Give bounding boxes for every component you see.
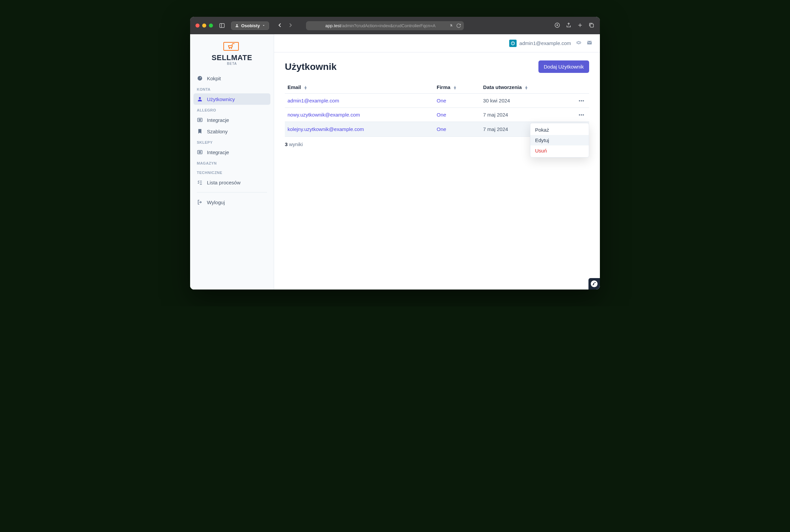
svg-point-6	[229, 48, 230, 49]
sidebar-section-allegro: ALLEGRO	[193, 105, 270, 114]
svg-rect-0	[220, 23, 224, 27]
sidebar-item-label: Użytkownicy	[207, 96, 235, 102]
table-row: admin1@example.com One 30 kwi 2024 •••	[285, 94, 589, 108]
traffic-lights	[195, 23, 213, 27]
dropdown-item-show[interactable]: Pokaż	[530, 125, 589, 135]
main-content: admin1@example.com Użytkownik Dodaj Użyt…	[274, 34, 600, 289]
sidebar-item-cockpit[interactable]: Kokpit	[193, 73, 270, 84]
sort-icon: ▲▼	[304, 86, 307, 89]
sidebar-item-allegro-integrations[interactable]: Integracje	[193, 114, 270, 126]
forward-button[interactable]	[286, 20, 295, 31]
symfony-badge[interactable]	[588, 278, 600, 289]
add-user-button[interactable]: Dodaj Użytkownik	[539, 60, 589, 73]
logout-icon	[197, 199, 203, 205]
sidebar-item-label: Integracje	[207, 117, 229, 123]
brand-tag: BETA	[212, 62, 252, 65]
table-row: nowy.uzytkownik@example.com One 7 maj 20…	[285, 108, 589, 122]
bookmark-icon	[197, 128, 203, 134]
sidebar-item-users[interactable]: Użytkownicy	[193, 93, 270, 105]
sidebar-toggle-icon[interactable]	[217, 21, 227, 30]
brand-name: SELLMATE	[212, 53, 252, 62]
divider	[197, 192, 267, 192]
cell-created: 30 kwi 2024	[480, 94, 572, 108]
dashboard-icon	[197, 75, 203, 81]
sidebar-item-logout[interactable]: Wyloguj	[193, 196, 270, 208]
svg-point-7	[231, 48, 232, 49]
list-icon	[197, 117, 203, 123]
cell-email[interactable]: admin1@example.com	[285, 94, 434, 108]
column-header-company[interactable]: Firma ▲▼	[434, 81, 480, 94]
close-window-button[interactable]	[195, 23, 200, 27]
row-actions-dropdown: Pokaż Edytuj Usuń	[530, 123, 589, 157]
sort-icon: ▲▼	[453, 86, 457, 89]
svg-point-9	[199, 97, 201, 99]
svg-rect-20	[587, 41, 592, 45]
tasks-icon	[197, 179, 203, 185]
profile-label: Osobisty	[241, 23, 260, 28]
cell-created: 7 maj 2024	[480, 108, 572, 122]
sidebar-item-processes[interactable]: Lista procesów	[193, 177, 270, 188]
sidebar: SELLMATE BETA Kokpit KONTA Użytkownicy A…	[190, 34, 274, 289]
svg-rect-4	[590, 24, 594, 27]
page-title: Użytkownik	[285, 61, 337, 72]
list-icon	[197, 149, 203, 155]
maximize-window-button[interactable]	[209, 23, 213, 27]
cell-company[interactable]: One	[434, 94, 480, 108]
column-header-created[interactable]: Data utworzenia ▲▼	[480, 81, 572, 94]
translate-icon[interactable]	[449, 23, 454, 28]
user-icon	[197, 96, 203, 102]
sidebar-item-label: Integracje	[207, 150, 229, 155]
sidebar-item-label: Lista procesów	[207, 180, 241, 185]
sidebar-item-templates[interactable]: Szablony	[193, 126, 270, 137]
topbar: admin1@example.com	[274, 34, 600, 52]
sidebar-section-warehouse: MAGAZYN	[193, 158, 270, 167]
back-button[interactable]	[275, 20, 284, 31]
avatar	[509, 40, 516, 47]
downloads-icon[interactable]	[554, 22, 560, 29]
reload-icon[interactable]	[456, 23, 461, 28]
user-email: admin1@example.com	[519, 40, 571, 46]
profile-switcher[interactable]: Osobisty	[231, 21, 269, 30]
row-actions-button[interactable]: •••	[577, 97, 586, 104]
cell-company[interactable]: One	[434, 122, 480, 137]
sidebar-item-label: Szablony	[207, 129, 228, 134]
svg-point-2	[236, 24, 238, 25]
column-header-email[interactable]: Email ▲▼	[285, 81, 434, 94]
cell-email[interactable]: kolejny.uzytkownik@example.com	[285, 122, 434, 137]
svg-point-21	[591, 281, 598, 287]
sidebar-item-label: Wyloguj	[207, 200, 225, 205]
sidebar-section-shops: SKLEPY	[193, 137, 270, 147]
cell-email[interactable]: nowy.uzytkownik@example.com	[285, 108, 434, 122]
url-host: app.test	[325, 23, 341, 28]
browser-chrome: Osobisty app.test/admin?crudAction=index…	[190, 17, 600, 34]
sidebar-item-shop-integrations[interactable]: Integracje	[193, 147, 270, 158]
svg-rect-5	[224, 42, 239, 50]
new-tab-icon[interactable]	[577, 22, 583, 29]
sidebar-item-label: Kokpit	[207, 76, 221, 81]
tabs-overview-icon[interactable]	[588, 22, 595, 29]
user-menu[interactable]: admin1@example.com	[509, 40, 571, 47]
share-icon[interactable]	[566, 22, 572, 29]
sidebar-section-accounts: KONTA	[193, 84, 270, 93]
settings-icon[interactable]	[576, 40, 582, 47]
row-actions-button[interactable]: •••	[577, 111, 586, 118]
brand-logo[interactable]: SELLMATE BETA	[190, 34, 274, 71]
mail-icon[interactable]	[586, 40, 592, 47]
minimize-window-button[interactable]	[202, 23, 206, 27]
dropdown-item-delete[interactable]: Usuń	[530, 146, 589, 156]
sidebar-section-technical: TECHNICZNE	[193, 167, 270, 177]
cell-company[interactable]: One	[434, 108, 480, 122]
url-bar[interactable]: app.test/admin?crudAction=index&crudCont…	[306, 21, 464, 30]
brand-icon	[212, 41, 252, 53]
dropdown-item-edit[interactable]: Edytuj	[530, 135, 589, 146]
sort-icon: ▲▼	[525, 86, 528, 89]
browser-window: Osobisty app.test/admin?crudAction=index…	[190, 17, 600, 289]
chevron-down-icon	[262, 24, 265, 27]
url-path: /admin?crudAction=index&crudControllerFq…	[341, 23, 436, 28]
